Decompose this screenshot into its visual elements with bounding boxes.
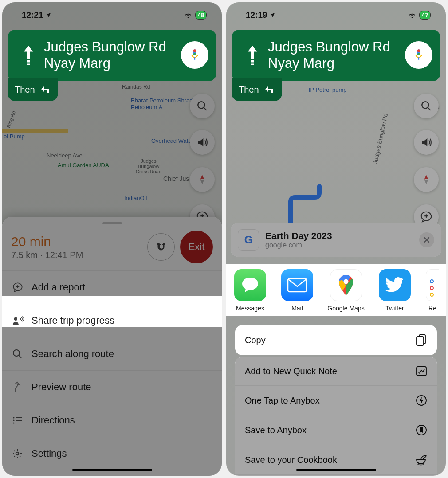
share-action-copy[interactable]: Copy	[235, 325, 437, 355]
right-screenshot: HP Petrol pump Judges Bunglow Rd Vastr 1…	[226, 2, 446, 476]
copy-icon	[416, 334, 427, 346]
share-app-messages[interactable]: Messages	[234, 269, 266, 312]
svg-rect-8	[193, 53, 196, 55]
voice-button[interactable]	[181, 41, 208, 69]
straight-arrow-icon	[20, 44, 36, 66]
nav-subroad-name: Nyay Marg	[268, 55, 405, 71]
location-arrow-icon	[45, 12, 51, 18]
mail-icon	[287, 278, 307, 293]
svg-rect-5	[27, 64, 30, 65]
nav-direction-banner[interactable]: Judges Bunglow Rd Nyay Marg	[8, 30, 216, 81]
app-label: Messages	[236, 305, 264, 312]
menu-label: Share trip progress	[31, 315, 114, 326]
status-bar: 12:21 48	[2, 10, 222, 20]
share-app-mail[interactable]: Mail	[281, 269, 313, 312]
dim-share-card	[231, 223, 441, 257]
mic-icon	[189, 48, 200, 62]
messages-icon	[240, 276, 260, 294]
straight-arrow-icon	[244, 44, 260, 66]
then-label: Then	[239, 85, 259, 95]
then-step[interactable]: Then	[8, 78, 58, 101]
svg-rect-29	[417, 49, 420, 52]
nav-subroad-name: Nyay Marg	[44, 55, 181, 71]
left-screenshot: Bharat Petroleum Shraddha Petroleum & Ov…	[2, 2, 222, 476]
battery-indicator: 48	[195, 11, 207, 20]
svg-point-12	[14, 317, 17, 321]
share-app-row: Messages Mail Google Maps	[226, 264, 446, 316]
sheet-dim-top	[2, 217, 222, 296]
sheet-dim-bottom	[2, 327, 222, 476]
share-people-icon	[12, 316, 24, 325]
svg-rect-26	[251, 60, 254, 63]
google-maps-icon	[337, 274, 355, 296]
status-time: 12:21	[22, 10, 43, 20]
battery-indicator: 47	[419, 11, 431, 20]
home-indicator[interactable]	[296, 469, 376, 471]
share-action-copy-group: Copy	[235, 325, 437, 355]
svg-rect-30	[417, 53, 420, 55]
svg-point-32	[242, 278, 258, 290]
app-label: Mail	[291, 305, 303, 312]
status-bar: 12:19 47	[226, 10, 446, 20]
share-app-twitter[interactable]: Twitter	[379, 269, 411, 312]
svg-rect-7	[193, 49, 196, 52]
action-label: Copy	[245, 335, 266, 345]
voice-button[interactable]	[405, 41, 432, 69]
dim-actions	[235, 357, 437, 476]
svg-point-34	[344, 279, 349, 284]
app-label: Re	[428, 305, 436, 312]
then-step[interactable]: Then	[232, 78, 282, 101]
share-app-more[interactable]: Re	[426, 269, 439, 312]
svg-rect-35	[417, 337, 424, 345]
nav-road-name: Judges Bunglow Rd	[44, 39, 181, 55]
svg-rect-27	[251, 64, 254, 65]
nav-road-name: Judges Bunglow Rd	[268, 39, 405, 55]
share-app-google-maps[interactable]: Google Maps	[328, 269, 364, 312]
svg-rect-4	[27, 60, 30, 63]
twitter-icon	[385, 277, 405, 293]
mic-icon	[413, 48, 424, 62]
svg-rect-33	[288, 278, 307, 292]
status-time: 12:19	[246, 10, 267, 20]
app-label: Google Maps	[327, 305, 364, 312]
then-label: Then	[15, 85, 35, 95]
nav-direction-banner[interactable]: Judges Bunglow Rd Nyay Marg	[232, 30, 440, 81]
location-arrow-icon	[269, 12, 275, 18]
left-turn-icon	[263, 84, 274, 95]
left-turn-icon	[39, 84, 50, 95]
wifi-icon	[408, 12, 417, 19]
wifi-icon	[184, 12, 193, 19]
app-label: Twitter	[385, 305, 404, 312]
